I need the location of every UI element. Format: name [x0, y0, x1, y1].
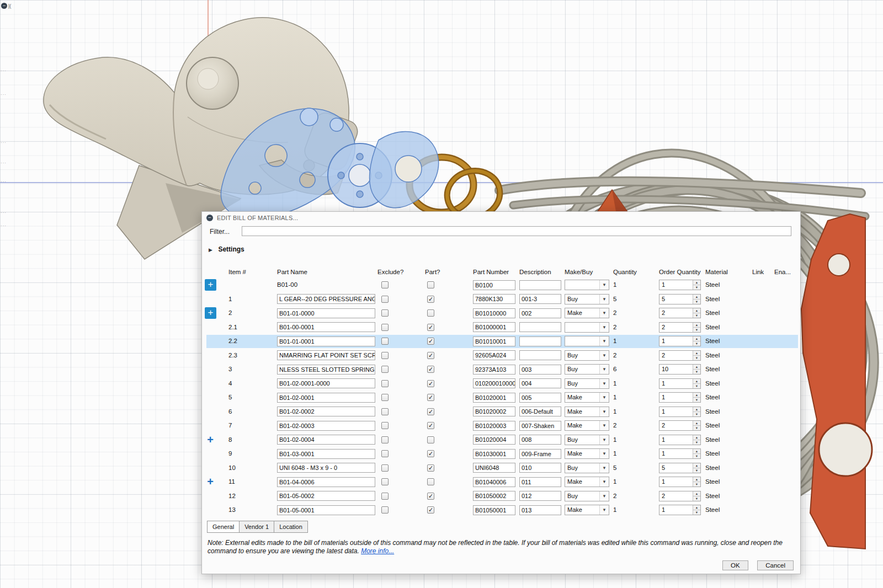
part-checkbox[interactable]: ✓	[427, 450, 434, 457]
make-buy-dropdown[interactable]: ▾	[565, 322, 609, 333]
stepper-up-icon[interactable]: ▴	[693, 463, 700, 468]
part-name-input[interactable]: B01-02-0003	[277, 421, 375, 431]
stepper-up-icon[interactable]: ▴	[693, 323, 700, 328]
stepper-down-icon[interactable]: ▾	[693, 496, 700, 501]
expand-row-button[interactable]: +	[205, 307, 216, 319]
tab-location[interactable]: Location	[274, 521, 308, 533]
part-number-input[interactable]: 7880K130	[473, 294, 515, 304]
stepper-arrows[interactable]: ▴▾	[693, 308, 700, 318]
order-quantity-stepper[interactable]: 2▴▾	[659, 350, 701, 361]
part-number-input[interactable]: B01040006	[473, 477, 515, 487]
order-quantity-stepper[interactable]: 1▴▾	[659, 407, 701, 417]
table-row[interactable]: +2B01-01-0000B01010000002Make▾22▴▾Steel	[202, 306, 800, 320]
description-input[interactable]	[519, 350, 561, 360]
description-input[interactable]: 012	[519, 491, 561, 501]
order-quantity-stepper[interactable]: 10▴▾	[659, 364, 701, 375]
exclude-checkbox[interactable]	[381, 380, 389, 387]
make-buy-dropdown[interactable]: Make▾	[565, 392, 609, 403]
part-name-input[interactable]: B01-01-0001	[277, 336, 375, 346]
stepper-arrows[interactable]: ▴▾	[693, 280, 700, 290]
settings-toggle[interactable]: ▶ Settings	[209, 244, 244, 253]
part-number-input[interactable]: B01020002	[473, 407, 515, 416]
description-input[interactable]: 006-Default	[519, 407, 561, 416]
part-name-input[interactable]: B01-02-0001-0000	[277, 378, 375, 388]
part-name-input[interactable]: UNI 6048 - M3 x 9 - 0	[277, 463, 375, 473]
part-number-input[interactable]: 92373A103	[473, 365, 515, 375]
table-row[interactable]: 7B01-02-0003✓B01020003007-ShakenMake▾22▴…	[202, 419, 800, 433]
part-number-input[interactable]: B01020004	[473, 435, 515, 445]
exclude-checkbox[interactable]	[381, 309, 389, 317]
stepper-up-icon[interactable]: ▴	[693, 365, 700, 370]
stepper-arrows[interactable]: ▴▾	[693, 393, 700, 402]
ok-button[interactable]: OK	[722, 560, 748, 570]
part-checkbox[interactable]: ✓	[427, 324, 434, 331]
description-input[interactable]: 001-3	[519, 294, 561, 304]
expand-row-icon[interactable]: +	[205, 475, 215, 489]
window-shade-icon[interactable]: −	[1, 3, 7, 9]
table-row[interactable]: 3NLESS STEEL SLOTTED SPRING PIN✓92373A10…	[202, 362, 800, 377]
order-quantity-stepper[interactable]: 5▴▾	[659, 294, 701, 304]
exclude-checkbox[interactable]	[381, 366, 389, 373]
description-input[interactable]	[519, 336, 561, 346]
stepper-up-icon[interactable]: ▴	[693, 407, 700, 412]
stepper-up-icon[interactable]: ▴	[693, 295, 700, 300]
exclude-checkbox[interactable]	[381, 296, 389, 303]
part-checkbox[interactable]: ✓	[427, 464, 434, 472]
order-quantity-stepper[interactable]: 1▴▾	[659, 378, 701, 389]
part-number-input[interactable]: B01020003	[473, 421, 515, 431]
exclude-checkbox[interactable]	[381, 324, 389, 331]
order-quantity-stepper[interactable]: 1▴▾	[659, 477, 701, 487]
make-buy-dropdown[interactable]: Buy▾	[565, 364, 609, 375]
stepper-arrows[interactable]: ▴▾	[693, 407, 700, 416]
make-buy-dropdown[interactable]: Make▾	[565, 448, 609, 459]
table-row[interactable]: 2.1B01-00-0001✓B01000001▾22▴▾Steel	[202, 320, 800, 335]
part-name-input[interactable]: B01-00-0001	[277, 322, 375, 332]
part-checkbox[interactable]: ✓	[427, 408, 434, 415]
make-buy-dropdown[interactable]: Make▾	[565, 477, 609, 487]
description-input[interactable]: 009-Frame	[519, 449, 561, 459]
table-row[interactable]: 2.3NMARRING FLAT POINT SET SCREW✓92605A0…	[202, 349, 800, 363]
make-buy-dropdown[interactable]: Buy▾	[565, 378, 609, 389]
stepper-up-icon[interactable]: ▴	[693, 449, 700, 454]
stepper-down-icon[interactable]: ▾	[693, 384, 700, 388]
part-checkbox[interactable]: ✓	[427, 352, 434, 359]
description-input[interactable]: 010	[519, 463, 561, 473]
expand-row-icon[interactable]: +	[205, 433, 215, 447]
part-name-input[interactable]: L GEAR--20 DEG PRESSURE ANGLE	[277, 294, 375, 304]
stepper-down-icon[interactable]: ▾	[693, 341, 700, 346]
part-name-input[interactable]: B01-03-0001	[277, 449, 375, 459]
stepper-up-icon[interactable]: ▴	[693, 379, 700, 384]
order-quantity-stepper[interactable]: 1▴▾	[659, 336, 701, 346]
part-name-input[interactable]: NMARRING FLAT POINT SET SCREW	[277, 350, 375, 360]
exclude-checkbox[interactable]	[381, 478, 389, 485]
part-checkbox[interactable]: ✓	[427, 380, 434, 387]
stepper-down-icon[interactable]: ▾	[693, 300, 700, 304]
order-quantity-stepper[interactable]: 1▴▾	[659, 448, 701, 459]
table-row[interactable]: +B01-00B0100▾11▴▾Steel	[202, 278, 800, 292]
order-quantity-stepper[interactable]: 2▴▾	[659, 308, 701, 318]
order-quantity-stepper[interactable]: 2▴▾	[659, 491, 701, 501]
order-quantity-stepper[interactable]: 5▴▾	[659, 463, 701, 473]
make-buy-dropdown[interactable]: Buy▾	[565, 294, 609, 304]
order-quantity-stepper[interactable]: 1▴▾	[659, 435, 701, 445]
stepper-arrows[interactable]: ▴▾	[693, 421, 700, 430]
make-buy-dropdown[interactable]: Make▾	[565, 407, 609, 417]
part-name-input[interactable]: B01-02-0001	[277, 393, 375, 403]
part-name-input[interactable]: B01-05-0001	[277, 505, 375, 515]
part-checkbox[interactable]: ✓	[427, 394, 434, 401]
order-quantity-stepper[interactable]: 1▴▾	[659, 280, 701, 290]
exclude-checkbox[interactable]	[381, 338, 389, 345]
part-number-input[interactable]: UNI6048	[473, 463, 515, 473]
part-name-input[interactable]: B01-02-0002	[277, 407, 375, 416]
description-input[interactable]	[519, 280, 561, 290]
make-buy-dropdown[interactable]: Buy▾	[565, 350, 609, 361]
filter-input[interactable]	[242, 226, 791, 236]
stepper-down-icon[interactable]: ▾	[693, 370, 700, 374]
part-name-input[interactable]: B01-04-0006	[277, 477, 375, 487]
part-name-input[interactable]: B01-02-0004	[277, 435, 375, 445]
make-buy-dropdown[interactable]: Buy▾	[565, 491, 609, 501]
make-buy-dropdown[interactable]: ▾	[565, 336, 609, 346]
part-number-input[interactable]: B01010001	[473, 336, 515, 346]
stepper-up-icon[interactable]: ▴	[693, 477, 700, 482]
part-checkbox[interactable]: ✓	[427, 506, 434, 514]
